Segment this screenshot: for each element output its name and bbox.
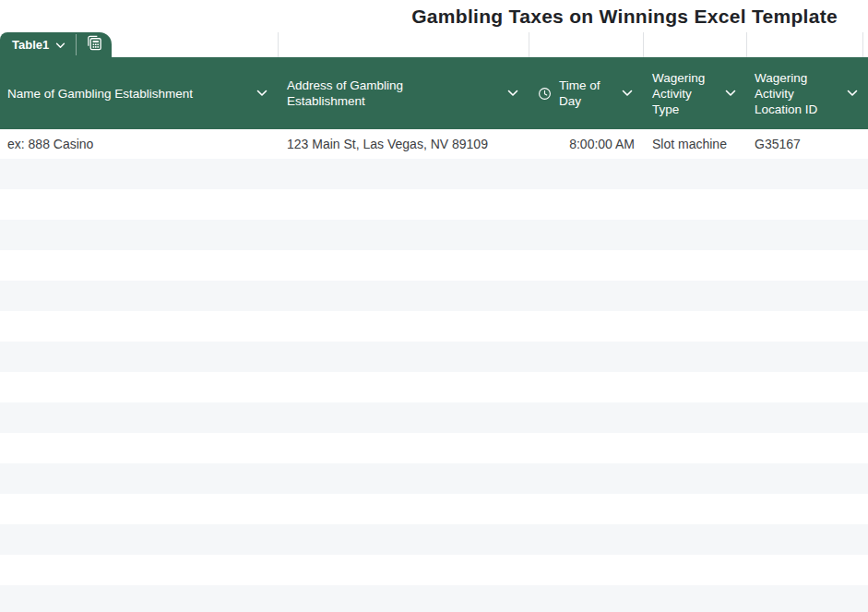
gridline (278, 32, 279, 57)
clock-icon (538, 87, 552, 101)
cell-location-id[interactable]: G35167 (746, 129, 868, 159)
table-tools-button[interactable] (77, 32, 112, 57)
table-header-row: Name of Gambling Establishment Address o… (0, 57, 868, 129)
gridline (746, 32, 747, 57)
cell-address[interactable]: 123 Main St, Las Vegas, NV 89109 (278, 129, 529, 159)
chevron-down-icon[interactable] (622, 90, 633, 97)
column-label: Time of Day (559, 78, 605, 109)
cell-activity-type[interactable]: Slot machine (643, 129, 746, 159)
column-header-activity-type[interactable]: Wagering Activity Type (643, 57, 746, 129)
chevron-down-icon[interactable] (507, 90, 518, 97)
gridline (643, 32, 644, 57)
table-name-button[interactable]: Table1 (0, 32, 76, 57)
column-label: Name of Gambling Establishment (7, 86, 193, 102)
gridline (529, 32, 529, 57)
column-header-location-id[interactable]: Wagering Activity Location ID (746, 57, 868, 129)
table-calculator-icon (86, 34, 103, 55)
table-name-tab[interactable]: Table1 (0, 32, 112, 57)
page-title: Gambling Taxes on Winnings Excel Templat… (411, 0, 838, 32)
column-header-time[interactable]: Time of Day (529, 57, 643, 129)
chevron-down-icon[interactable] (55, 38, 65, 52)
table-row: ex: 888 Casino 123 Main St, Las Vegas, N… (0, 129, 868, 159)
tab-row: Table1 (0, 32, 868, 57)
column-label: Wagering Activity Type (652, 70, 709, 117)
gridline (862, 32, 863, 57)
column-header-address[interactable]: Address of Gambling Establishment (278, 57, 529, 129)
chevron-down-icon[interactable] (847, 90, 858, 97)
chevron-down-icon[interactable] (725, 90, 736, 97)
cell-time[interactable]: 8:00:00 AM (529, 129, 643, 159)
cell-name[interactable]: ex: 888 Casino (0, 129, 278, 159)
column-label: Wagering Activity Location ID (755, 70, 830, 117)
table-name-label: Table1 (12, 38, 49, 52)
empty-rows-area[interactable] (0, 159, 868, 612)
column-label: Address of Gambling Establishment (287, 78, 439, 109)
chevron-down-icon[interactable] (256, 90, 268, 97)
spreadsheet-view: Gambling Taxes on Winnings Excel Templat… (0, 0, 868, 612)
column-header-name[interactable]: Name of Gambling Establishment (0, 57, 278, 129)
title-row: Gambling Taxes on Winnings Excel Templat… (0, 0, 868, 32)
